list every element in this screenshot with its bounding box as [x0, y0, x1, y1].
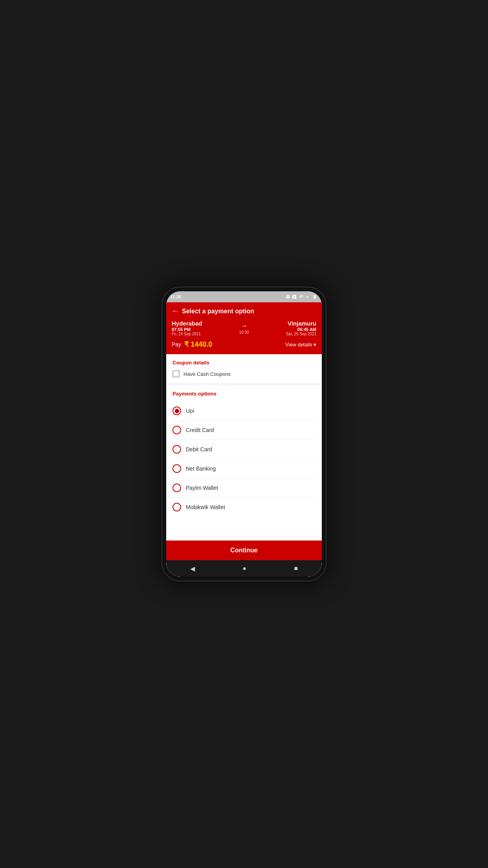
radio-credit-card[interactable]: [172, 426, 181, 434]
phone-screen: 11:26: [166, 291, 322, 577]
radio-mobikwik-wallet[interactable]: [172, 503, 181, 511]
payment-label-debit-card: Debit Card: [186, 446, 212, 452]
header-title-row: ← Select a payment option: [172, 307, 316, 315]
payment-label-net-banking: Net Banking: [186, 465, 216, 472]
radio-debit-card[interactable]: [172, 445, 181, 454]
payment-option-mobikwik-wallet[interactable]: Mobikwik Wallet: [172, 498, 316, 517]
status-time: 11:26: [170, 294, 181, 299]
payment-label-mobikwik-wallet: Mobikwik Wallet: [186, 504, 225, 510]
nav-home-button[interactable]: ●: [242, 565, 246, 572]
payment-options-list: UpiCredit CardDebit CardNet BankingPaytm…: [172, 401, 316, 517]
status-icons: [286, 294, 318, 299]
nav-back-button[interactable]: ◀: [190, 565, 195, 572]
origin-city: Hyderabad: [172, 320, 202, 327]
page-title: Select a payment option: [182, 308, 254, 315]
android-nav-bar: ◀ ● ■: [166, 560, 322, 577]
coupon-row[interactable]: Have Cash Coupons: [172, 370, 316, 377]
app-header: ← Select a payment option Hyderabad 07:5…: [166, 302, 322, 354]
wifi-icon: [298, 294, 304, 299]
coupon-section-title: Coupon details: [172, 360, 316, 366]
radio-upi[interactable]: [172, 406, 181, 415]
radio-net-banking[interactable]: [172, 464, 181, 473]
coupon-label: Have Cash Coupons: [183, 371, 231, 377]
battery-icon: [312, 294, 318, 299]
payment-option-credit-card[interactable]: Credit Card: [172, 421, 316, 440]
dest-city: Vinjamuru: [286, 320, 316, 327]
coupon-section: Coupon details Have Cash Coupons: [166, 354, 322, 383]
journey-arrow: →: [240, 322, 248, 330]
view-details-button[interactable]: View details ▾: [285, 342, 316, 348]
phone-frame: 11:26: [161, 287, 327, 581]
payment-section-title: Payments options: [172, 391, 316, 397]
payment-label-upi: Upi: [186, 408, 194, 414]
continue-button[interactable]: Continue: [166, 541, 322, 560]
radio-paytm-wallet[interactable]: [172, 484, 181, 492]
sim-icon: [292, 294, 297, 299]
journey-info: Hyderabad 07:55 PM Fri, 24 Sep 2021 → 10…: [172, 320, 316, 336]
status-bar: 11:26: [166, 291, 322, 302]
payment-option-upi[interactable]: Upi: [172, 401, 316, 421]
payment-option-paytm-wallet[interactable]: Paytm Wallet: [172, 478, 316, 498]
gear-icon: [286, 294, 290, 299]
payment-options-section: Payments options UpiCredit CardDebit Car…: [166, 385, 322, 541]
duration-info: → 10:30: [239, 322, 249, 335]
coupon-checkbox[interactable]: [172, 370, 180, 377]
payment-option-net-banking[interactable]: Net Banking: [172, 459, 316, 478]
payment-label-credit-card: Credit Card: [186, 427, 214, 433]
pay-label: Pay: [172, 341, 181, 348]
signal-icon: [305, 294, 310, 299]
origin-info: Hyderabad 07:55 PM Fri, 24 Sep 2021: [172, 320, 202, 336]
main-content: Coupon details Have Cash Coupons Payment…: [166, 354, 322, 560]
journey-duration: 10:30: [239, 330, 249, 335]
origin-time: 07:55 PM: [172, 327, 202, 332]
payment-label-paytm-wallet: Paytm Wallet: [186, 485, 218, 491]
nav-recents-button[interactable]: ■: [294, 565, 298, 572]
dest-time: 06:45 AM: [286, 327, 316, 332]
pay-row: Pay ₹ 1440.0 View details ▾: [172, 340, 316, 349]
origin-date: Fri, 24 Sep 2021: [172, 332, 202, 336]
back-button[interactable]: ←: [172, 307, 179, 315]
pay-amount: ₹ 1440.0: [184, 340, 212, 349]
dest-date: Sat, 25 Sep 2021: [286, 332, 316, 336]
payment-option-debit-card[interactable]: Debit Card: [172, 440, 316, 459]
pay-info: Pay ₹ 1440.0: [172, 340, 212, 349]
destination-info: Vinjamuru 06:45 AM Sat, 25 Sep 2021: [286, 320, 316, 336]
